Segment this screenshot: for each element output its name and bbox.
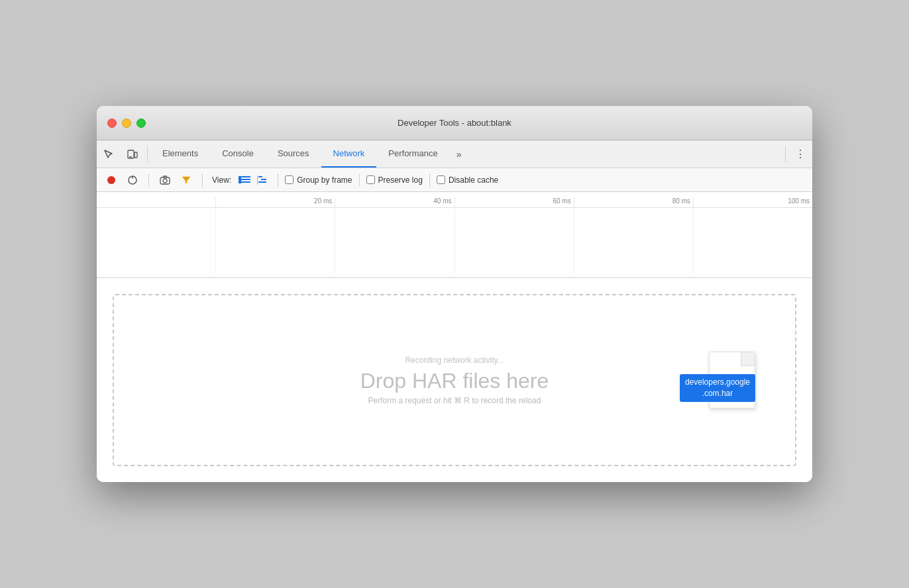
filter-button[interactable] xyxy=(177,171,195,189)
view-label: View: xyxy=(209,175,234,185)
devtools-window: Developer Tools - about:blank Elements C… xyxy=(97,106,812,482)
tick-80: 80 ms xyxy=(574,197,693,207)
file-icon-container: ↖ developers.google .com.har xyxy=(709,352,755,409)
timeline-grid xyxy=(97,208,812,274)
har-badge-line2: .com.har xyxy=(702,389,733,398)
grid-col-1 xyxy=(215,208,335,274)
svg-point-7 xyxy=(163,179,167,183)
disable-cache-checkbox[interactable] xyxy=(437,175,445,184)
group-by-frame-checkbox[interactable] xyxy=(285,175,294,184)
title-bar: Developer Tools - about:blank xyxy=(97,106,812,140)
tick-40: 40 ms xyxy=(335,197,454,207)
devtools-menu-button[interactable]: ⋮ xyxy=(788,140,812,168)
tab-elements[interactable]: Elements xyxy=(150,140,210,168)
tick-60: 60 ms xyxy=(455,197,574,207)
tabs-bar: Elements Console Sources Network Perform… xyxy=(97,140,812,168)
disable-cache-label: Disable cache xyxy=(449,175,498,185)
device-toolbar-button[interactable] xyxy=(121,140,144,168)
har-badge-line1: developers.google xyxy=(685,377,750,387)
grid-col-4 xyxy=(574,208,693,274)
preserve-log-toggle[interactable]: Preserve log xyxy=(366,175,423,185)
network-toolbar: View: Group by frame xyxy=(97,168,812,192)
inspect-icon xyxy=(103,149,114,160)
grid-col-2 xyxy=(335,208,454,274)
inspect-element-button[interactable] xyxy=(97,140,121,168)
har-badge: developers.google .com.har xyxy=(680,374,755,402)
drop-text-container: Recording network activity... Drop HAR f… xyxy=(360,356,549,405)
filter-icon xyxy=(182,175,191,185)
tick-20: 20 ms xyxy=(215,197,335,207)
svg-rect-13 xyxy=(261,179,266,180)
record-button[interactable] xyxy=(102,171,121,189)
group-by-frame-label: Group by frame xyxy=(297,175,352,185)
grid-col-5 xyxy=(693,208,812,274)
toolbar-divider-1 xyxy=(148,173,149,187)
tick-100: 100 ms xyxy=(693,197,812,207)
tab-console[interactable]: Console xyxy=(210,140,266,168)
disable-cache-toggle[interactable]: Disable cache xyxy=(437,175,498,185)
grid-col-0 xyxy=(97,208,215,274)
timeline-ruler: 20 ms 40 ms 60 ms 80 ms 100 ms xyxy=(97,192,812,208)
drop-main-text: Drop HAR files here xyxy=(360,369,549,393)
tab-sources[interactable]: Sources xyxy=(266,140,321,168)
preserve-log-label: Preserve log xyxy=(378,175,423,185)
svg-rect-14 xyxy=(258,181,266,183)
close-button[interactable] xyxy=(107,119,117,128)
more-tabs-button[interactable]: » xyxy=(450,140,468,168)
tabs-list: Elements Console Sources Network Perform… xyxy=(150,140,468,168)
record-icon xyxy=(107,175,116,185)
drop-area[interactable]: Recording network activity... Drop HAR f… xyxy=(113,294,796,466)
drop-area-wrapper: Recording network activity... Drop HAR f… xyxy=(97,278,812,482)
tab-performance[interactable]: Performance xyxy=(376,140,449,168)
preserve-log-checkbox[interactable] xyxy=(366,175,375,184)
grid-col-3 xyxy=(455,208,574,274)
drop-sub-text: Perform a request or hit ⌘ R to record t… xyxy=(360,396,549,405)
tab-divider-left xyxy=(147,146,148,162)
svg-rect-12 xyxy=(258,176,262,177)
camera-icon xyxy=(160,175,170,185)
tick-0 xyxy=(97,205,215,207)
view-list-icon xyxy=(239,175,250,185)
minimize-button[interactable] xyxy=(122,119,131,128)
tab-spacer xyxy=(468,140,782,168)
svg-point-3 xyxy=(107,176,115,184)
view-waterfall-icon xyxy=(257,175,269,185)
device-icon xyxy=(127,149,138,160)
timeline-area: 20 ms 40 ms 60 ms 80 ms 100 ms xyxy=(97,192,812,278)
svg-rect-1 xyxy=(134,152,137,158)
clear-icon xyxy=(128,175,137,185)
group-by-frame-toggle[interactable]: Group by frame xyxy=(285,175,352,185)
toolbar-divider-5 xyxy=(429,173,430,187)
tab-divider-right xyxy=(785,146,786,162)
view-waterfall-button[interactable] xyxy=(255,172,271,188)
maximize-button[interactable] xyxy=(136,119,146,128)
recording-text: Recording network activity... xyxy=(360,356,549,365)
toolbar-divider-2 xyxy=(202,173,203,187)
svg-rect-11 xyxy=(239,176,241,183)
window-title: Developer Tools - about:blank xyxy=(398,118,511,128)
tab-network[interactable]: Network xyxy=(321,140,377,168)
view-list-button[interactable] xyxy=(237,172,252,188)
toolbar-divider-3 xyxy=(278,173,278,187)
traffic-lights xyxy=(97,119,146,128)
toolbar-divider-4 xyxy=(359,173,360,187)
clear-button[interactable] xyxy=(123,171,142,189)
screenshot-button[interactable] xyxy=(156,171,174,189)
